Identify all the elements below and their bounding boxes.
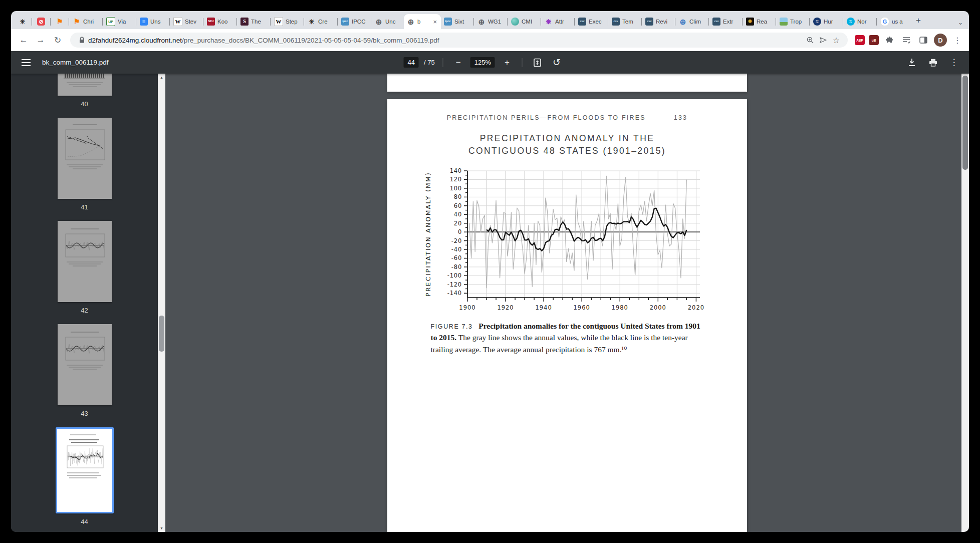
page-total-label: / 75 bbox=[424, 59, 435, 66]
side-panel-icon[interactable] bbox=[917, 34, 930, 47]
bookmark-orange-favicon-icon: ⚑ bbox=[73, 18, 81, 26]
tab-tem[interactable]: csvTem bbox=[609, 14, 641, 29]
tab-separator bbox=[473, 18, 474, 26]
zoom-level-input[interactable]: 125% bbox=[470, 57, 495, 68]
sidebar-scrollbar-thumb[interactable] bbox=[159, 316, 164, 352]
tab-stev[interactable]: WStev bbox=[170, 14, 202, 29]
scroll-up-icon[interactable]: ▲ bbox=[158, 74, 165, 81]
tab-label: Exec bbox=[589, 19, 604, 25]
tab-trop[interactable]: Trop bbox=[777, 14, 809, 29]
noaa-navy-favicon-icon: ≈ bbox=[813, 18, 821, 26]
landscape-favicon-icon bbox=[780, 18, 788, 26]
tab-unc[interactable]: ⊕Unc bbox=[372, 14, 404, 29]
tab-us-a[interactable]: Gus a bbox=[877, 14, 909, 29]
ublock-extension-icon[interactable]: uB bbox=[869, 35, 879, 45]
pdf-sidebar-toggle-icon[interactable] bbox=[19, 56, 33, 70]
sidebar-scrollbar[interactable]: ▲ ▼ bbox=[158, 74, 165, 532]
svg-text:-60: -60 bbox=[451, 254, 462, 261]
page-number-input[interactable]: 44 bbox=[404, 57, 419, 68]
lock-icon[interactable] bbox=[75, 34, 88, 47]
tab-separator bbox=[69, 18, 69, 26]
document-scrollbar-thumb[interactable] bbox=[962, 76, 968, 170]
fit-page-button[interactable] bbox=[531, 56, 545, 70]
rotate-button[interactable]: ↺ bbox=[550, 56, 564, 70]
document-scrollbar[interactable] bbox=[961, 74, 969, 532]
document-viewport: PRECIPITATION PERILS—FROM FLOODS TO FIRE… bbox=[165, 74, 969, 532]
doc-slate-favicon-icon: csv bbox=[612, 18, 620, 26]
browser-window: ✳⊘⚑⚑ChriUPVia≡UnsWStevSFUKooSTheWStep✳Cr… bbox=[11, 11, 969, 532]
tab-label: Extr bbox=[723, 19, 739, 25]
zoom-page-icon[interactable] bbox=[804, 34, 817, 47]
tab-exec[interactable]: csvExec bbox=[575, 14, 607, 29]
thumbnail-page-41[interactable] bbox=[58, 118, 112, 199]
tab-separator bbox=[236, 18, 237, 26]
tab-ipcc[interactable]: ipccIPCC bbox=[338, 14, 370, 29]
extensions-puzzle-icon[interactable] bbox=[883, 34, 896, 47]
tab-chri[interactable]: ⚑Chri bbox=[70, 14, 102, 29]
tab-label: us a bbox=[892, 19, 906, 25]
tab-koo[interactable]: SFUKoo bbox=[204, 14, 236, 29]
svg-text:-20: -20 bbox=[451, 237, 462, 244]
profile-avatar[interactable]: D bbox=[934, 34, 947, 47]
extensions-area: ABP uB D ⋮ bbox=[855, 34, 964, 47]
thumbnail-image bbox=[58, 118, 112, 199]
doc-slate-favicon-icon: csv bbox=[645, 18, 653, 26]
previous-page-bottom bbox=[387, 74, 747, 92]
tab-label: Uns bbox=[150, 19, 166, 25]
tab-close-icon[interactable]: × bbox=[432, 18, 438, 26]
tab-separator bbox=[843, 18, 843, 26]
zoom-in-button[interactable]: + bbox=[500, 56, 514, 70]
tab-label: b bbox=[417, 19, 429, 25]
tab-via[interactable]: UPVia bbox=[103, 14, 135, 29]
tab-the[interactable]: SThe bbox=[237, 14, 270, 29]
pdf-filename: bk_comm_006119.pdf bbox=[42, 59, 109, 66]
pinned-tab-shield-red[interactable]: ⊘ bbox=[33, 14, 50, 29]
tab-hur[interactable]: ≈Hur bbox=[810, 14, 842, 29]
tab-nor[interactable]: ≈Nor bbox=[844, 14, 876, 29]
reading-list-icon[interactable] bbox=[900, 34, 913, 47]
print-button[interactable] bbox=[926, 56, 940, 70]
wikipedia-favicon-icon: W bbox=[173, 17, 182, 26]
tab-cmi[interactable]: CMI bbox=[508, 14, 540, 29]
pdf-menu-icon[interactable]: ⋮ bbox=[947, 56, 961, 70]
new-tab-button[interactable]: + bbox=[911, 14, 925, 28]
tab-sixt[interactable]: ipccSixt bbox=[441, 14, 473, 29]
download-button[interactable] bbox=[905, 56, 919, 70]
tab-uns[interactable]: ≡Uns bbox=[137, 14, 169, 29]
thumbnail-page-42[interactable] bbox=[58, 221, 112, 302]
bookmark-star-icon[interactable]: ☆ bbox=[830, 34, 843, 47]
thumbnail-page-40[interactable] bbox=[58, 74, 112, 96]
tab-search-chevron-icon[interactable]: ⌄ bbox=[958, 19, 963, 26]
tab-cre[interactable]: ✳Cre bbox=[305, 14, 337, 29]
tab-rea[interactable]: ✹Rea bbox=[743, 14, 775, 29]
tab-separator bbox=[304, 18, 304, 26]
pinned-tab-starburst-dark[interactable]: ✳ bbox=[14, 14, 31, 29]
ornament-gold-favicon-icon: ✹ bbox=[746, 18, 754, 26]
tab-b[interactable]: ⊕b× bbox=[404, 14, 441, 29]
s-dark-favicon-icon: S bbox=[240, 18, 249, 26]
share-icon[interactable] bbox=[817, 34, 830, 47]
forward-button[interactable]: → bbox=[33, 33, 48, 48]
tab-extr[interactable]: csvExtr bbox=[709, 14, 742, 29]
zoom-out-button[interactable]: − bbox=[451, 56, 465, 70]
reload-button[interactable]: ↻ bbox=[50, 33, 65, 48]
tab-step[interactable]: WStep bbox=[271, 14, 303, 29]
svg-text:-120: -120 bbox=[447, 281, 462, 288]
tab-attr[interactable]: ❋Attr bbox=[542, 14, 574, 29]
tab-clim[interactable]: ⊕Clim bbox=[676, 14, 708, 29]
browser-menu-icon[interactable]: ⋮ bbox=[951, 34, 964, 47]
sphere-teal-favicon-icon bbox=[511, 18, 519, 26]
abp-extension-icon[interactable]: ABP bbox=[855, 35, 865, 45]
figure-title-line2: CONTIGUOUS 48 STATES (1901–2015) bbox=[387, 145, 747, 157]
tab-revi[interactable]: csvRevi bbox=[642, 14, 674, 29]
starburst-purple-favicon-icon: ❋ bbox=[545, 18, 553, 26]
scroll-down-icon[interactable]: ▼ bbox=[158, 524, 165, 532]
tab-wg1[interactable]: ⊕WG1 bbox=[474, 14, 507, 29]
thumbnail-page-43[interactable] bbox=[58, 324, 112, 405]
back-button[interactable]: ← bbox=[16, 33, 31, 48]
tab-label: Stev bbox=[185, 19, 199, 25]
thumbnail-page-44[interactable] bbox=[56, 427, 114, 513]
pinned-tab-bookmark-orange[interactable]: ⚑ bbox=[51, 14, 68, 29]
svg-text:1900: 1900 bbox=[459, 304, 475, 311]
address-bar[interactable]: d2fahduf2624mg.cloudfront.net/pre_purcha… bbox=[70, 33, 848, 48]
